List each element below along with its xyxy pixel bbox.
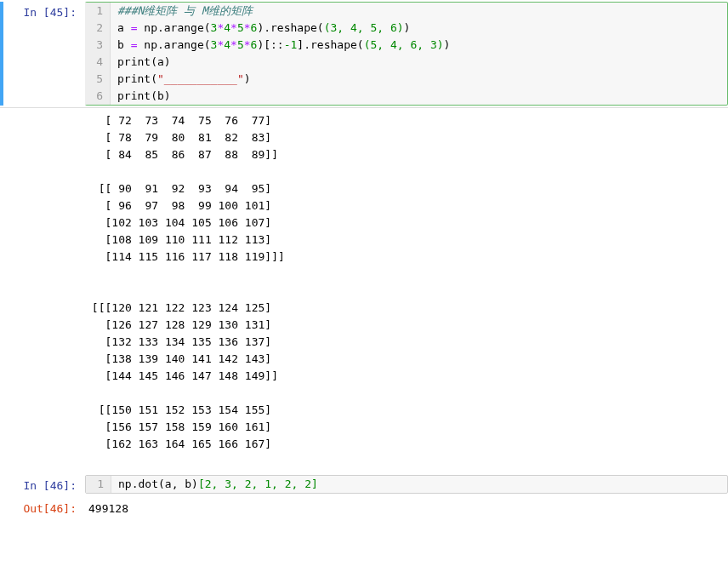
code-line-5[interactable]: print("___________") — [111, 71, 251, 88]
input-prompt-area: In [46]: — [0, 475, 85, 494]
input-cell-45[interactable]: In [45]: 1 ###N维矩阵 与 M维的矩阵 2 a = np.aran… — [0, 0, 728, 107]
output-text: [ 72 73 74 75 76 77] [ 78 79 80 81 82 83… — [0, 108, 728, 457]
output-scroll-area[interactable]: [ 72 73 74 75 76 77] [ 78 79 80 81 82 83… — [0, 107, 728, 473]
output-cell-46: Out[46]: 499128 — [0, 502, 728, 515]
line-number: 1 — [86, 476, 111, 493]
code-line-2[interactable]: a = np.arange(3*4*5*6).reshape((3, 4, 5,… — [111, 20, 410, 37]
line-number: 4 — [85, 54, 111, 71]
code-editor[interactable]: 1 np.dot(a, b)[2, 3, 2, 1, 2, 2] — [85, 475, 728, 494]
line-number: 5 — [85, 71, 111, 88]
line-number: 1 — [85, 3, 111, 20]
line-number: 6 — [85, 88, 111, 105]
code-line-3[interactable]: b = np.arange(3*4*5*6)[::-1].reshape((5,… — [111, 37, 450, 54]
input-prompt-label: In [46]: — [23, 479, 77, 492]
code-line-1[interactable]: np.dot(a, b)[2, 3, 2, 1, 2, 2] — [111, 476, 318, 493]
code-line-4[interactable]: print(a) — [111, 54, 171, 71]
output-prompt-label: Out[46]: — [23, 502, 77, 515]
line-number: 3 — [85, 37, 111, 54]
input-prompt-label: In [45]: — [23, 6, 77, 19]
output-value: 499128 — [85, 502, 128, 515]
output-prompt-area: Out[46]: — [0, 502, 85, 515]
code-line-1[interactable]: ###N维矩阵 与 M维的矩阵 — [111, 3, 253, 20]
input-cell-46[interactable]: In [46]: 1 np.dot(a, b)[2, 3, 2, 1, 2, 2… — [0, 473, 728, 495]
line-number: 2 — [85, 20, 111, 37]
input-prompt-area: In [45]: — [0, 2, 85, 106]
code-editor[interactable]: 1 ###N维矩阵 与 M维的矩阵 2 a = np.arange(3*4*5*… — [85, 2, 728, 106]
code-line-6[interactable]: print(b) — [111, 88, 171, 105]
